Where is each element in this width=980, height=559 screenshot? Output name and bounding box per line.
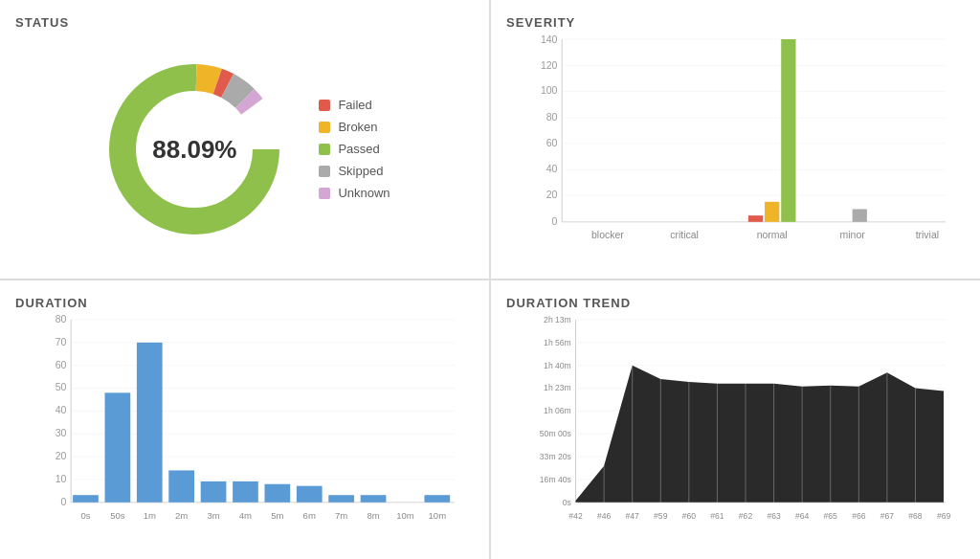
trend-chart: 0s 16m 40s 33m 20s 50m 00s 1h 06m 1h 23m… [506, 320, 965, 539]
svg-text:1h 40m: 1h 40m [544, 361, 571, 370]
svg-text:10m: 10m [396, 510, 414, 521]
svg-text:80: 80 [546, 112, 558, 123]
svg-text:60: 60 [546, 138, 558, 148]
svg-text:#65: #65 [824, 511, 838, 521]
svg-rect-52 [201, 481, 227, 503]
svg-text:3m: 3m [207, 510, 219, 521]
svg-text:80: 80 [56, 314, 67, 324]
svg-text:#60: #60 [682, 511, 697, 521]
svg-text:20: 20 [56, 451, 67, 461]
svg-text:30: 30 [56, 428, 67, 438]
svg-text:6m: 6m [303, 510, 316, 521]
donut-percentage: 88.09% [152, 134, 236, 164]
sev-bar-minor-passed [853, 209, 867, 221]
sev-bar-normal-broken [765, 202, 779, 222]
svg-text:10: 10 [56, 474, 67, 484]
svg-rect-57 [361, 495, 387, 503]
severity-title: SEVERITY [506, 15, 965, 30]
legend-color-unknown [319, 188, 330, 199]
svg-text:#61: #61 [710, 511, 724, 521]
severity-panel: SEVERITY 0 20 40 60 80 [491, 0, 980, 279]
svg-text:0s: 0s [80, 510, 90, 521]
svg-text:5m: 5m [271, 510, 283, 521]
svg-rect-53 [233, 481, 258, 503]
svg-marker-92 [576, 366, 945, 503]
legend-color-skipped [319, 166, 330, 177]
legend-color-failed [319, 100, 330, 111]
dashboard: STATUS 88.09% Failed [0, 0, 980, 559]
donut-chart: 88.09% [99, 54, 290, 245]
svg-rect-56 [328, 495, 354, 503]
legend: Failed Broken Passed Skipped Unknown [319, 98, 390, 200]
svg-text:20: 20 [546, 190, 558, 200]
svg-text:2m: 2m [175, 510, 188, 521]
legend-skipped: Skipped [319, 164, 390, 178]
svg-text:1m: 1m [144, 510, 156, 521]
sev-bar-normal-passed [781, 39, 795, 222]
svg-text:0: 0 [552, 216, 558, 227]
svg-text:0: 0 [61, 497, 67, 507]
legend-label-broken: Broken [338, 120, 377, 134]
svg-rect-59 [424, 495, 450, 503]
severity-chart: 0 20 40 60 80 100 120 140 [506, 39, 965, 258]
sev-bar-normal-failed [748, 215, 763, 222]
svg-text:100: 100 [541, 85, 558, 96]
duration-chart: 0 10 20 30 40 50 60 70 80 [15, 320, 474, 539]
svg-text:#59: #59 [654, 511, 668, 521]
status-panel: STATUS 88.09% Failed [0, 0, 489, 279]
legend-broken: Broken [319, 120, 390, 134]
svg-text:10m: 10m [429, 510, 447, 521]
legend-color-broken [319, 122, 330, 133]
duration-title: DURATION [15, 296, 474, 310]
svg-text:#42: #42 [568, 511, 583, 521]
legend-passed: Passed [319, 142, 390, 156]
svg-text:blocker: blocker [591, 230, 624, 240]
duration-svg: 0 10 20 30 40 50 60 70 80 [15, 320, 474, 539]
legend-label-unknown: Unknown [338, 186, 390, 200]
svg-text:50: 50 [56, 382, 67, 392]
svg-text:70: 70 [56, 337, 67, 347]
svg-text:minor: minor [840, 230, 866, 240]
svg-text:#47: #47 [626, 511, 640, 521]
svg-text:#46: #46 [597, 511, 612, 521]
svg-text:1h 23m: 1h 23m [544, 383, 571, 392]
trend-title: DURATION TREND [506, 296, 965, 310]
svg-text:50m 00s: 50m 00s [540, 429, 571, 438]
legend-failed: Failed [319, 98, 390, 112]
svg-text:#68: #68 [908, 511, 923, 521]
svg-rect-49 [105, 392, 131, 502]
svg-text:16m 40s: 16m 40s [540, 475, 571, 484]
svg-text:140: 140 [541, 34, 558, 45]
svg-text:#63: #63 [767, 511, 781, 521]
svg-text:#67: #67 [880, 511, 895, 521]
legend-unknown: Unknown [319, 186, 390, 200]
svg-text:#66: #66 [852, 511, 866, 521]
svg-rect-50 [137, 343, 163, 503]
trend-svg: 0s 16m 40s 33m 20s 50m 00s 1h 06m 1h 23m… [506, 320, 965, 539]
svg-text:1h 06m: 1h 06m [544, 406, 571, 415]
svg-text:2h 13m: 2h 13m [544, 315, 571, 324]
svg-text:60: 60 [56, 360, 67, 370]
svg-text:normal: normal [757, 230, 788, 240]
legend-label-passed: Passed [338, 142, 379, 156]
svg-text:trivial: trivial [916, 230, 939, 240]
svg-text:4m: 4m [239, 510, 252, 521]
svg-text:critical: critical [670, 230, 699, 240]
svg-rect-48 [73, 495, 99, 503]
legend-label-failed: Failed [338, 98, 371, 112]
status-content: 88.09% Failed Broken Passed Skipped [15, 39, 474, 258]
severity-svg: 0 20 40 60 80 100 120 140 [506, 39, 965, 258]
svg-text:7m: 7m [335, 510, 347, 521]
svg-text:#64: #64 [795, 511, 810, 521]
trend-panel: DURATION TREND 0s 16m 40s 33m 20s 50m 00… [491, 280, 980, 559]
svg-text:#69: #69 [937, 511, 951, 521]
svg-text:33m 20s: 33m 20s [540, 452, 571, 461]
svg-text:8m: 8m [367, 510, 379, 521]
svg-text:40: 40 [546, 164, 558, 174]
duration-panel: DURATION 0 10 20 30 40 [0, 280, 489, 559]
svg-rect-54 [264, 484, 290, 503]
svg-rect-51 [168, 470, 194, 502]
legend-color-passed [319, 144, 330, 155]
svg-text:120: 120 [541, 60, 558, 71]
svg-text:40: 40 [56, 405, 67, 415]
